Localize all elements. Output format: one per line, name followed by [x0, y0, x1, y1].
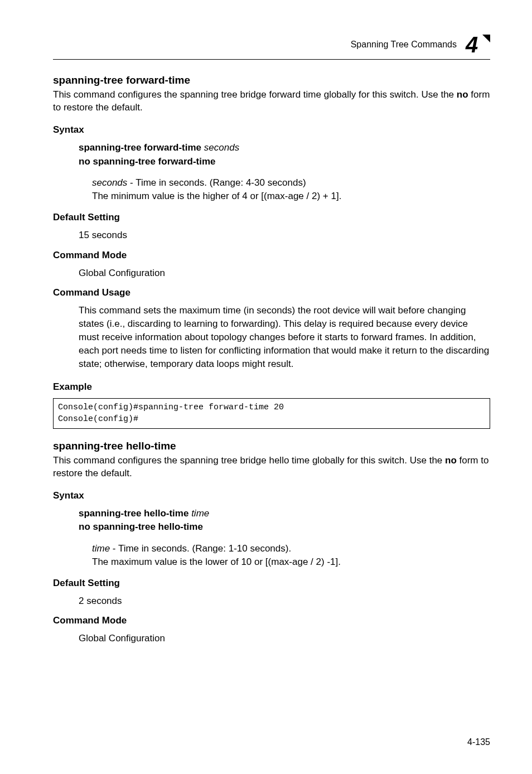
cmd2-param-block: time - Time in seconds. (Range: 1-10 sec… [92, 542, 490, 569]
cmd1-param-ital: seconds [92, 177, 127, 188]
cmd1-syntax-heading: Syntax [53, 124, 490, 136]
cmd1-syntax-cmd: spanning-tree forward-time [79, 142, 201, 153]
svg-marker-0 [482, 35, 490, 42]
page-header: Spanning Tree Commands 4 [53, 33, 490, 56]
cmd1-mode-value: Global Configuration [79, 267, 490, 280]
cmd2-param-desc1: - Time in seconds. (Range: 1-10 seconds)… [110, 543, 291, 554]
cmd2-syntax-ital: time [188, 508, 209, 519]
cmd1-lead-bold: no [457, 89, 468, 100]
cmd1-syntax-block: spanning-tree forward-time seconds no sp… [79, 141, 490, 168]
cmd1-example-code: Console(config)#spanning-tree forward-ti… [53, 398, 490, 429]
cmd1-usage-text: This command sets the maximum time (in s… [79, 304, 490, 370]
cmd1-lead-pre: This command configures the spanning tre… [53, 89, 457, 100]
page-number: 4-135 [467, 737, 490, 747]
cmd2-syntax-heading: Syntax [53, 490, 490, 501]
chapter-badge: 4 [463, 33, 490, 56]
cmd1-default-value: 15 seconds [79, 229, 490, 242]
cmd1-param-block: seconds - Time in seconds. (Range: 4-30 … [92, 176, 490, 203]
cmd1-mode-heading: Command Mode [53, 250, 490, 261]
cmd1-lead: This command configures the spanning tre… [53, 89, 490, 114]
chapter-number-icon: 4 [463, 33, 490, 56]
cmd2-lead-bold: no [445, 455, 457, 466]
cmd2-syntax-no: no spanning-tree hello-time [79, 520, 490, 534]
cmd2-mode-heading: Command Mode [53, 615, 490, 626]
cmd2-default-heading: Default Setting [53, 578, 490, 589]
cmd1-title: spanning-tree forward-time [53, 74, 490, 86]
cmd1-param-desc1: - Time in seconds. (Range: 4-30 seconds) [127, 177, 306, 188]
cmd2-title: spanning-tree hello-time [53, 440, 490, 452]
cmd2-mode-value: Global Configuration [79, 632, 490, 645]
cmd1-example-heading: Example [53, 381, 490, 393]
cmd2-param-desc2: The maximum value is the lower of 10 or … [92, 555, 490, 569]
cmd1-usage-heading: Command Usage [53, 287, 490, 298]
cmd2-syntax-block: spanning-tree hello-time time no spannin… [79, 507, 490, 534]
cmd1-default-heading: Default Setting [53, 212, 490, 223]
cmd2-lead: This command configures the spanning tre… [53, 454, 490, 480]
cmd1-syntax-no: no spanning-tree forward-time [79, 155, 490, 169]
cmd1-param-desc2: The minimum value is the higher of 4 or … [92, 190, 490, 203]
cmd2-lead-pre: This command configures the spanning tre… [53, 455, 445, 466]
cmd2-syntax-cmd: spanning-tree hello-time [79, 508, 188, 519]
header-section-title: Spanning Tree Commands [351, 40, 457, 50]
cmd2-default-value: 2 seconds [79, 594, 490, 608]
chapter-number-text: 4 [465, 33, 478, 56]
cmd1-syntax-ital: seconds [201, 142, 239, 153]
cmd2-param-ital: time [92, 543, 110, 554]
header-rule [53, 59, 490, 60]
